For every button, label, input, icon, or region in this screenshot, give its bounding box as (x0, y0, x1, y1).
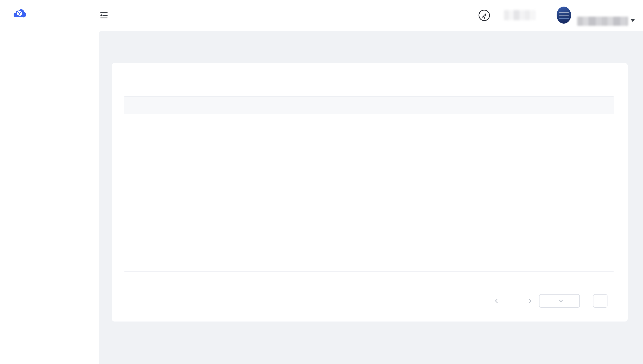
chevron-right-icon (527, 299, 531, 303)
apps-table (124, 96, 614, 272)
brand-logo[interactable] (12, 6, 46, 20)
page-number-button[interactable] (507, 295, 519, 307)
create-app-button[interactable] (557, 74, 610, 88)
chevron-left-icon (495, 299, 499, 303)
chevron-down-icon (559, 298, 563, 302)
sidebar (0, 31, 99, 364)
username-redacted (577, 17, 628, 26)
main-content (99, 31, 643, 364)
next-page-button[interactable] (526, 300, 532, 302)
cloud-logo-icon (12, 6, 28, 20)
sidebar-collapse-icon[interactable] (99, 10, 109, 20)
goto-page-input[interactable] (593, 294, 607, 308)
page-size-select[interactable] (539, 294, 580, 308)
balance-redacted (504, 10, 535, 20)
workorder-compass-icon[interactable] (478, 9, 491, 22)
user-menu-caret-icon[interactable] (630, 19, 635, 22)
avatar[interactable] (557, 6, 571, 24)
topbar-divider (548, 8, 548, 22)
app-root (0, 0, 643, 364)
table-header (124, 97, 614, 114)
console-badge (36, 8, 46, 19)
pagination (487, 294, 614, 308)
topbar (0, 0, 643, 31)
apps-card (112, 63, 628, 322)
prev-page-button[interactable] (494, 300, 500, 302)
